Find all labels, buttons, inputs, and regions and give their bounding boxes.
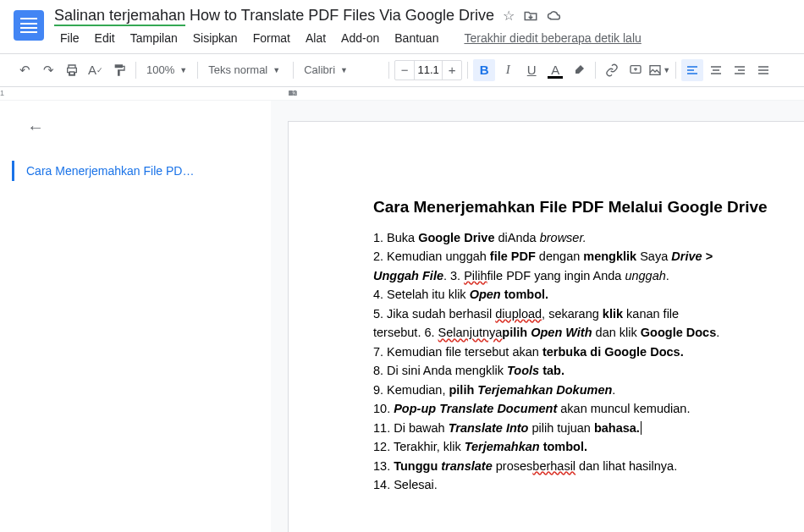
paint-format-button[interactable] <box>108 59 130 81</box>
menu-file[interactable]: File <box>54 28 85 48</box>
document-title[interactable]: Salinan terjemahan How to Translate PDF … <box>54 7 494 25</box>
font-dropdown[interactable]: Calibri▼ <box>299 59 383 81</box>
document-page[interactable]: Cara Menerjemahkan File PDF Melalui Goog… <box>288 121 804 532</box>
underline-button[interactable]: U <box>520 59 542 81</box>
align-right-button[interactable] <box>729 59 751 81</box>
undo-button[interactable]: ↶ <box>14 59 36 81</box>
last-edit-link[interactable]: Terakhir diedit beberapa detik lalu <box>458 28 647 48</box>
outline-back-icon[interactable]: ← <box>27 118 251 137</box>
text-cursor <box>640 421 642 435</box>
font-size-value[interactable]: 11.1 <box>414 61 443 80</box>
docs-logo-icon[interactable] <box>14 10 44 41</box>
menu-view[interactable]: Tampilan <box>124 28 184 48</box>
font-size-decrease[interactable]: − <box>395 63 414 77</box>
doc-heading: Cara Menerjemahkan File PDF Melalui Goog… <box>373 198 804 217</box>
menu-addons[interactable]: Add-on <box>335 28 385 48</box>
move-icon[interactable] <box>523 8 538 24</box>
align-center-button[interactable] <box>705 59 727 81</box>
document-outline: ← Cara Menerjemahkan File PD… <box>0 101 271 532</box>
insert-link-button[interactable] <box>601 59 623 81</box>
menu-help[interactable]: Bantuan <box>388 28 444 48</box>
font-size-increase[interactable]: + <box>443 63 461 77</box>
menu-format[interactable]: Format <box>247 28 296 48</box>
menu-tools[interactable]: Alat <box>300 28 332 48</box>
text-color-button[interactable]: A <box>544 59 566 81</box>
menu-insert[interactable]: Sisipkan <box>187 28 244 48</box>
insert-image-button[interactable]: ▼ <box>648 59 670 81</box>
document-canvas[interactable]: Cara Menerjemahkan File PDF Melalui Goog… <box>271 101 804 532</box>
doc-body: 1. Buka Google Drive diAnda browser. 2. … <box>373 228 804 495</box>
font-size-control: − 11.1 + <box>394 60 462 80</box>
star-icon[interactable]: ☆ <box>503 8 515 24</box>
print-button[interactable] <box>61 59 83 81</box>
cloud-status-icon[interactable] <box>547 8 562 24</box>
spellcheck-button[interactable]: A✓ <box>85 59 107 81</box>
italic-button[interactable]: I <box>497 59 519 81</box>
ruler[interactable]: 112345678910111213 <box>0 87 804 101</box>
header-bar: Salinan terjemahan How to Translate PDF … <box>0 0 804 48</box>
menu-edit[interactable]: Edit <box>89 28 121 48</box>
zoom-dropdown[interactable]: 100%▼ <box>141 59 192 81</box>
align-left-button[interactable] <box>681 59 703 81</box>
bold-button[interactable]: B <box>473 59 495 81</box>
paragraph-style-dropdown[interactable]: Teks normal▼ <box>203 59 288 81</box>
title-row: Salinan terjemahan How to Translate PDF … <box>54 7 790 25</box>
add-comment-button[interactable] <box>625 59 647 81</box>
redo-button[interactable]: ↷ <box>37 59 59 81</box>
toolbar: ↶ ↷ A✓ 100%▼ Teks normal▼ Calibri▼ − 11.… <box>0 53 804 87</box>
outline-item-heading[interactable]: Cara Menerjemahkan File PD… <box>12 161 251 181</box>
align-justify-button[interactable] <box>752 59 774 81</box>
menu-bar: File Edit Tampilan Sisipkan Format Alat … <box>54 28 790 48</box>
highlight-button[interactable] <box>568 59 590 81</box>
